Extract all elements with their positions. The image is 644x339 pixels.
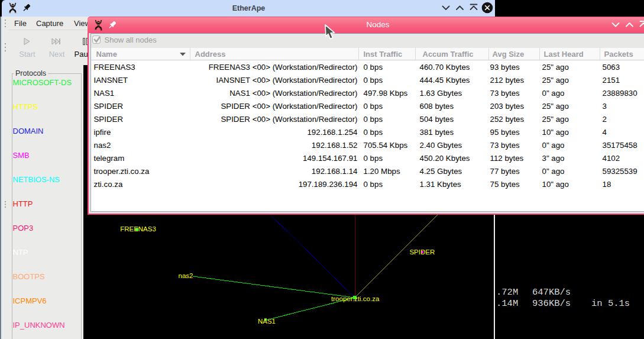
svg-text:SPIDER: SPIDER xyxy=(409,248,435,256)
svg-text:nas2: nas2 xyxy=(179,272,193,279)
svg-text:FREENAS3: FREENAS3 xyxy=(120,225,156,233)
svg-text:NAS1: NAS1 xyxy=(258,318,276,325)
svg-text:trooper.zti.co.za: trooper.zti.co.za xyxy=(331,295,380,302)
